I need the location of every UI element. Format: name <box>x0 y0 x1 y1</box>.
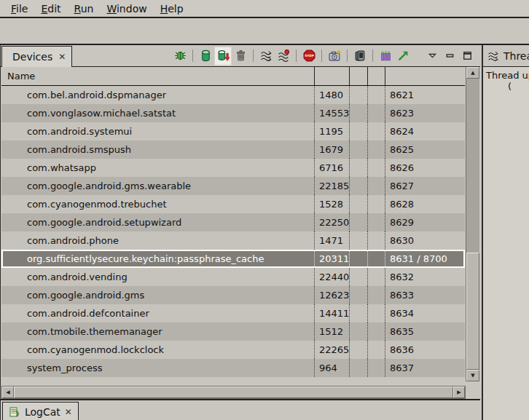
cell-pid: 6716 <box>314 159 349 177</box>
cell-port: 8637 <box>385 359 465 377</box>
toolbar-separator <box>296 49 297 62</box>
cell-pid: 14411 <box>314 304 349 322</box>
screen-capture-button[interactable] <box>326 47 342 65</box>
cell-c3 <box>349 86 367 104</box>
threads-icon <box>260 49 273 62</box>
column-header-port[interactable] <box>385 67 465 85</box>
tab-devices[interactable]: Devices ✕ <box>1 46 72 67</box>
cell-name: com.cyanogenmod.trebuchet <box>1 195 314 213</box>
cell-port: 8631 / 8700 <box>385 250 465 268</box>
tab-logcat[interactable]: LogCat ✕ <box>2 402 79 420</box>
minimize-button[interactable] <box>442 47 458 65</box>
scroll-left-button[interactable]: ◀ <box>2 387 14 398</box>
table-row[interactable]: com.whatsapp67168626 <box>1 159 465 177</box>
threads-message: Thread up ( <box>483 67 529 420</box>
toolbar-separator <box>321 49 322 62</box>
cell-c4 <box>367 86 385 104</box>
column-header-4[interactable] <box>367 67 385 85</box>
maximize-button[interactable] <box>459 47 475 65</box>
cell-pid: 1512 <box>314 322 349 341</box>
cell-name: com.google.android.gms <box>1 286 314 304</box>
tab-logcat-label: LogCat <box>25 406 60 418</box>
menu-file[interactable]: File <box>4 1 34 16</box>
cell-c3 <box>349 159 367 177</box>
cell-c4 <box>367 213 385 231</box>
cell-pid: 1480 <box>314 86 349 104</box>
vscroll-thumb[interactable] <box>466 253 479 370</box>
column-header-3[interactable] <box>349 67 367 85</box>
hierarchy-view-button[interactable] <box>377 47 393 65</box>
cell-port: 8625 <box>385 140 465 159</box>
logcat-icon <box>9 406 20 418</box>
view-menu-button[interactable] <box>424 47 440 65</box>
scroll-up-button[interactable]: ▲ <box>466 67 479 79</box>
scroll-down-button[interactable]: ▼ <box>466 370 479 381</box>
devices-view: Devices ✕ STOP <box>0 45 481 420</box>
scroll-right-button[interactable]: ▶ <box>453 387 465 398</box>
hscroll-thumb[interactable] <box>14 387 453 398</box>
table-row[interactable]: com.tmobile.thememanager15128635 <box>1 322 465 341</box>
table-row[interactable]: com.vonglasow.michael.satstat145538623 <box>1 104 465 122</box>
menu-edit[interactable]: Edit <box>34 1 67 16</box>
cell-c3 <box>349 322 367 341</box>
table-row[interactable]: com.google.android.gms.wearable221858627 <box>1 177 465 195</box>
threads-message-line2: ( <box>486 81 529 92</box>
start-method-profiling-button[interactable] <box>275 47 291 65</box>
svg-text:STOP: STOP <box>305 54 314 58</box>
table-header: Name <box>1 67 465 86</box>
threads-message-line1: Thread up <box>486 70 529 81</box>
cell-port: 8626 <box>385 159 465 177</box>
logcat-panel-bar: LogCat ✕ <box>1 399 481 420</box>
dump-hprof-button[interactable] <box>215 47 231 65</box>
table-row[interactable]: com.google.android.gms126238633 <box>1 286 465 304</box>
close-icon[interactable]: ✕ <box>58 52 66 62</box>
threads-icon <box>487 50 499 62</box>
stop-process-button[interactable]: STOP <box>301 47 317 65</box>
cell-port: 8636 <box>385 341 465 359</box>
cell-port: 8632 <box>385 268 465 286</box>
trace-arrow-icon <box>397 49 410 62</box>
close-icon[interactable]: ✕ <box>65 407 72 417</box>
table-row[interactable]: com.android.defcontainer144118634 <box>1 304 465 322</box>
cell-c4 <box>367 304 385 322</box>
workbench-toolbar-area <box>0 18 529 45</box>
menu-window[interactable]: Window <box>100 1 153 16</box>
cause-gc-button[interactable] <box>232 47 248 65</box>
devices-tab-bar: Devices ✕ STOP <box>1 45 481 67</box>
table-row[interactable]: system_process9648637 <box>1 359 465 377</box>
device-panel-button[interactable] <box>352 47 368 65</box>
update-heap-button[interactable] <box>197 47 213 65</box>
start-tracing-button[interactable] <box>395 47 411 65</box>
table-row[interactable]: com.android.phone14718630 <box>1 231 465 250</box>
menu-help[interactable]: Help <box>154 1 190 16</box>
tab-threads[interactable]: Threads <box>483 45 529 67</box>
vertical-scrollbar[interactable]: ▲ ▼ <box>466 67 479 381</box>
cell-pid: 1471 <box>314 231 349 250</box>
table-row[interactable]: com.android.vending224408632 <box>1 268 465 286</box>
threads-view: Threads Thread up ( <box>483 45 529 420</box>
table-row[interactable]: com.bel.android.dspmanager14808621 <box>1 86 465 104</box>
table-row[interactable]: com.google.android.setupwizard222508629 <box>1 213 465 231</box>
update-threads-button[interactable] <box>258 47 274 65</box>
cell-c4 <box>367 140 385 159</box>
cell-c4 <box>367 341 385 359</box>
horizontal-scrollbar[interactable]: ◀ ▶ <box>1 386 466 399</box>
table-row[interactable]: org.sufficientlysecure.keychain:passphra… <box>1 250 465 268</box>
table-row[interactable]: com.cyanogenmod.trebuchet15288628 <box>1 195 465 213</box>
cell-c4 <box>367 122 385 140</box>
cell-c3 <box>349 286 367 304</box>
table-row[interactable]: com.android.systemui11958624 <box>1 122 465 140</box>
cell-name: com.google.android.setupwizard <box>1 213 314 231</box>
column-header-pid[interactable] <box>314 67 349 85</box>
trash-icon <box>235 49 247 62</box>
column-header-name[interactable]: Name <box>1 67 314 85</box>
cell-c3 <box>349 140 367 159</box>
cell-name: org.sufficientlysecure.keychain:passphra… <box>1 250 314 268</box>
cell-port: 8627 <box>385 177 465 195</box>
table-row[interactable]: com.android.smspush16798625 <box>1 140 465 159</box>
debug-process-button[interactable] <box>172 47 188 65</box>
cell-name: com.google.android.gms.wearable <box>1 177 314 195</box>
table-row[interactable]: com.cyanogenmod.lockclock222658636 <box>1 341 465 359</box>
cell-name: system_process <box>1 359 314 377</box>
menu-run[interactable]: Run <box>68 1 101 16</box>
